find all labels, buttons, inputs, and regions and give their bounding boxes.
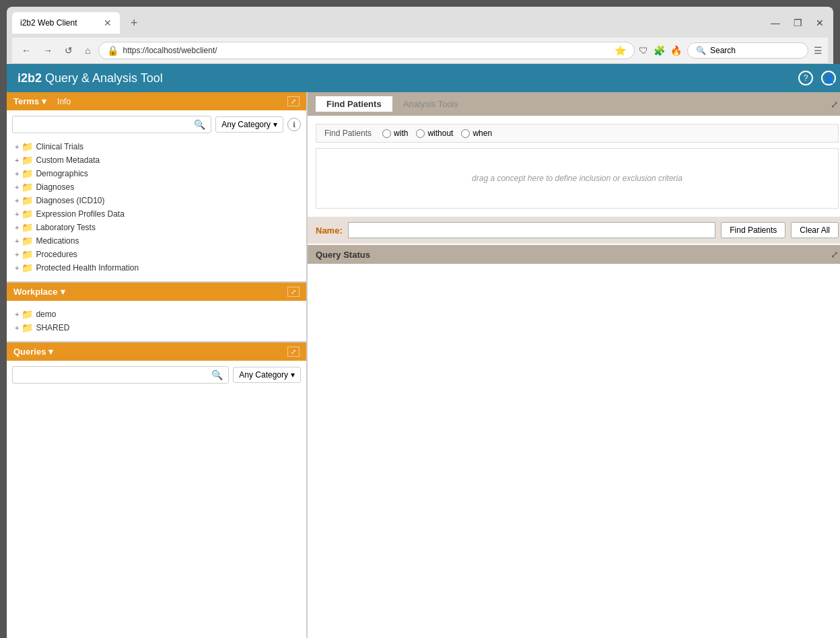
tree-item[interactable]: + 📁 Expression Profiles Data bbox=[12, 207, 301, 221]
window-close-btn[interactable]: ✕ bbox=[812, 16, 828, 30]
tree-item[interactable]: + 📁 Custom Metadata bbox=[12, 153, 301, 167]
queries-search-wrap[interactable]: 🔍 bbox=[12, 366, 229, 384]
tree-item[interactable]: + 📁 Diagnoses bbox=[12, 180, 301, 194]
app-header: i2b2 Query & Analysis Tool ? 👤 bbox=[7, 64, 840, 92]
tree-item[interactable]: + 📁 Diagnoses (ICD10) bbox=[12, 194, 301, 207]
maximize-btn[interactable]: ❐ bbox=[790, 16, 806, 30]
tree-expand-icon[interactable]: + bbox=[15, 223, 19, 232]
queries-expand-btn[interactable]: ⤢ bbox=[287, 347, 300, 357]
tree-item-label: SHARED bbox=[36, 323, 69, 332]
workplace-panel-header[interactable]: Workplace ▾ ⤢ bbox=[7, 283, 306, 301]
workplace-expand-btn[interactable]: ⤢ bbox=[287, 287, 300, 297]
radio-with[interactable]: with bbox=[382, 129, 408, 138]
tree-expand-icon[interactable]: + bbox=[15, 197, 19, 205]
tree-item-label: Diagnoses (ICD10) bbox=[36, 196, 104, 205]
radio-with-input[interactable] bbox=[382, 129, 391, 138]
folder-icon: 📁 bbox=[22, 262, 33, 273]
terms-dropdown-icon: ▾ bbox=[42, 96, 46, 106]
terms-panel-header[interactable]: Terms ▾ Info ⤢ bbox=[7, 92, 306, 110]
radio-when-input[interactable] bbox=[461, 129, 470, 138]
browser-search-text: Search bbox=[710, 46, 736, 55]
user-icon: 👤 bbox=[821, 71, 836, 85]
menu-icon: ☰ bbox=[814, 45, 823, 56]
tab-close-btn[interactable]: ✕ bbox=[104, 17, 112, 28]
tree-item[interactable]: + 📁 Medications bbox=[12, 234, 301, 248]
tree-expand-icon[interactable]: + bbox=[15, 310, 19, 318]
tree-expand-icon[interactable]: + bbox=[15, 156, 19, 164]
fp-find-btn[interactable]: Find Patients bbox=[721, 222, 785, 238]
queries-category-label: Any Category bbox=[239, 370, 288, 380]
radio-with-label: with bbox=[394, 129, 408, 138]
qs-header: Query Status ⤢ bbox=[308, 245, 840, 264]
browser-tab[interactable]: i2b2 Web Client ✕ bbox=[12, 12, 120, 34]
terms-label: Terms bbox=[13, 96, 39, 106]
tree-item[interactable]: + 📁 Procedures bbox=[12, 248, 301, 261]
terms-info-tab[interactable]: Info bbox=[57, 97, 71, 106]
forward-btn[interactable]: → bbox=[39, 44, 57, 57]
queries-panel-header[interactable]: Queries ▾ ⤢ bbox=[7, 343, 306, 361]
tree-expand-icon[interactable]: + bbox=[15, 250, 19, 258]
new-tab-btn[interactable]: + bbox=[125, 13, 143, 33]
tree-item[interactable]: + 📁 Protected Health Information bbox=[12, 261, 301, 275]
fire-icon: 🔥 bbox=[670, 45, 682, 56]
tree-item-label: Clinical Trials bbox=[36, 142, 83, 151]
tree-expand-icon[interactable]: + bbox=[15, 170, 19, 178]
radio-without-input[interactable] bbox=[416, 129, 425, 138]
folder-icon: 📁 bbox=[22, 209, 33, 219]
help-btn[interactable]: ? bbox=[798, 71, 813, 85]
fp-expand-btn[interactable]: ⤢ bbox=[831, 99, 839, 110]
folder-icon: 📁 bbox=[22, 168, 33, 179]
app-title: i2b2 Query & Analysis Tool bbox=[18, 71, 163, 85]
tree-item[interactable]: + 📁 Demographics bbox=[12, 167, 301, 180]
fp-name-input[interactable] bbox=[348, 222, 716, 238]
folder-icon: 📁 bbox=[22, 322, 33, 333]
tree-expand-icon[interactable]: + bbox=[15, 324, 19, 332]
refresh-btn[interactable]: ↺ bbox=[61, 44, 77, 57]
terms-search-input[interactable] bbox=[18, 120, 194, 129]
bookmark-icon: ⭐ bbox=[615, 45, 626, 56]
tree-item[interactable]: + 📁 Clinical Trials bbox=[12, 140, 301, 153]
terms-tree: + 📁 Clinical Trials + 📁 Custom Metadata … bbox=[12, 139, 301, 276]
minimize-btn[interactable]: — bbox=[767, 16, 784, 30]
help-icon: ? bbox=[798, 71, 813, 85]
queries-search-input[interactable] bbox=[18, 370, 211, 380]
queries-category-dropdown[interactable]: Any Category ▾ bbox=[233, 367, 301, 383]
tab-find-patients[interactable]: Find Patients bbox=[316, 96, 392, 112]
workplace-tree-item[interactable]: + 📁 SHARED bbox=[12, 321, 301, 334]
workplace-label: Workplace bbox=[13, 287, 58, 297]
terms-info-btn[interactable]: ℹ bbox=[287, 118, 301, 131]
user-btn[interactable]: 👤 bbox=[821, 71, 836, 85]
queries-label: Queries bbox=[13, 347, 46, 357]
find-patients-panel: Find Patients Analysis Tools ⤢ Find Pati… bbox=[308, 92, 840, 244]
tree-item[interactable]: + 📁 Laboratory Tests bbox=[12, 221, 301, 234]
radio-when[interactable]: when bbox=[461, 129, 492, 138]
tab-analysis-tools[interactable]: Analysis Tools bbox=[392, 96, 469, 112]
fp-content: Find Patients with without bbox=[308, 116, 840, 217]
tree-expand-icon[interactable]: + bbox=[15, 143, 19, 151]
tree-expand-icon[interactable]: + bbox=[15, 237, 19, 245]
fp-criteria-bar: Find Patients with without bbox=[316, 124, 839, 143]
fp-drop-zone: drag a concept here to define inclusion … bbox=[316, 148, 839, 209]
terms-expand-btn[interactable]: ⤢ bbox=[287, 96, 300, 106]
folder-icon: 📁 bbox=[22, 222, 33, 233]
home-btn[interactable]: ⌂ bbox=[81, 44, 94, 57]
address-bar[interactable]: 🔒 https://localhost/webclient/ ⭐ bbox=[98, 42, 635, 59]
qs-expand-btn[interactable]: ⤢ bbox=[831, 249, 839, 260]
extensions-icon: 🧩 bbox=[654, 45, 665, 56]
workplace-tree-item[interactable]: + 📁 demo bbox=[12, 308, 301, 321]
tree-expand-icon[interactable]: + bbox=[15, 264, 19, 272]
terms-search-wrap[interactable]: 🔍 bbox=[12, 116, 211, 133]
folder-icon: 📁 bbox=[22, 182, 33, 192]
back-btn[interactable]: ← bbox=[18, 44, 35, 57]
radio-without[interactable]: without bbox=[416, 129, 453, 138]
tree-expand-icon[interactable]: + bbox=[15, 183, 19, 191]
queries-dropdown-icon: ▾ bbox=[48, 347, 53, 357]
terms-category-label: Any Category bbox=[221, 120, 271, 129]
terms-category-dropdown[interactable]: Any Category ▾ bbox=[215, 116, 283, 133]
tree-expand-icon[interactable]: + bbox=[15, 210, 19, 218]
fp-clear-btn[interactable]: Clear All bbox=[791, 222, 839, 238]
browser-search[interactable]: 🔍 Search bbox=[687, 42, 808, 59]
tree-item-label: Expression Profiles Data bbox=[36, 209, 124, 219]
radio-when-label: when bbox=[473, 129, 492, 138]
folder-icon: 📁 bbox=[22, 249, 33, 260]
